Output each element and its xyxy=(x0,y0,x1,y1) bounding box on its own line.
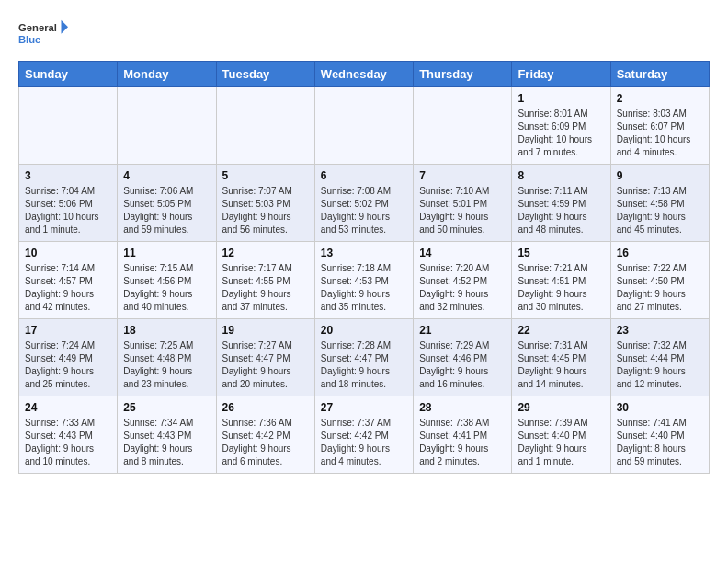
day-info: Sunrise: 7:04 AM Sunset: 5:06 PM Dayligh… xyxy=(25,185,111,236)
calendar-cell: 23Sunrise: 7:32 AM Sunset: 4:44 PM Dayli… xyxy=(610,319,709,396)
calendar-cell: 7Sunrise: 7:10 AM Sunset: 5:01 PM Daylig… xyxy=(414,165,512,242)
calendar-cell: 29Sunrise: 7:39 AM Sunset: 4:40 PM Dayli… xyxy=(512,396,610,474)
day-info: Sunrise: 7:31 AM Sunset: 4:45 PM Dayligh… xyxy=(518,339,604,391)
day-info: Sunrise: 7:22 AM Sunset: 4:50 PM Dayligh… xyxy=(617,262,703,314)
day-number: 20 xyxy=(321,324,407,337)
day-number: 23 xyxy=(617,324,703,337)
svg-text:Blue: Blue xyxy=(18,34,40,45)
calendar-cell: 1Sunrise: 8:01 AM Sunset: 6:09 PM Daylig… xyxy=(512,87,610,165)
day-number: 16 xyxy=(617,247,703,259)
calendar-cell xyxy=(216,87,314,165)
day-number: 17 xyxy=(25,324,111,337)
weekday-header-sunday: Sunday xyxy=(19,62,118,87)
day-info: Sunrise: 7:41 AM Sunset: 4:40 PM Dayligh… xyxy=(617,417,703,468)
week-row-5: 24Sunrise: 7:33 AM Sunset: 4:43 PM Dayli… xyxy=(19,396,710,474)
calendar-cell xyxy=(314,87,413,165)
day-info: Sunrise: 7:24 AM Sunset: 4:49 PM Dayligh… xyxy=(25,339,111,391)
calendar-cell: 2Sunrise: 8:03 AM Sunset: 6:07 PM Daylig… xyxy=(610,87,709,165)
day-info: Sunrise: 7:10 AM Sunset: 5:01 PM Dayligh… xyxy=(419,185,506,236)
week-row-1: 1Sunrise: 8:01 AM Sunset: 6:09 PM Daylig… xyxy=(19,87,710,165)
day-info: Sunrise: 7:36 AM Sunset: 4:42 PM Dayligh… xyxy=(222,417,309,468)
day-info: Sunrise: 7:28 AM Sunset: 4:47 PM Dayligh… xyxy=(321,339,407,391)
day-number: 26 xyxy=(222,401,309,414)
calendar-cell xyxy=(19,87,118,165)
day-number: 21 xyxy=(419,324,506,337)
weekday-header-thursday: Thursday xyxy=(414,62,512,87)
calendar-table: SundayMondayTuesdayWednesdayThursdayFrid… xyxy=(18,61,710,474)
day-number: 13 xyxy=(321,247,407,259)
calendar-cell: 26Sunrise: 7:36 AM Sunset: 4:42 PM Dayli… xyxy=(216,396,314,474)
calendar-cell: 13Sunrise: 7:18 AM Sunset: 4:53 PM Dayli… xyxy=(314,242,413,319)
svg-marker-2 xyxy=(62,20,69,34)
day-number: 14 xyxy=(419,247,506,259)
calendar-cell xyxy=(414,87,512,165)
svg-text:General: General xyxy=(18,22,57,33)
calendar-cell: 24Sunrise: 7:33 AM Sunset: 4:43 PM Dayli… xyxy=(19,396,118,474)
day-number: 19 xyxy=(222,324,309,337)
header: General Blue xyxy=(18,15,710,52)
day-info: Sunrise: 7:29 AM Sunset: 4:46 PM Dayligh… xyxy=(419,339,506,391)
day-info: Sunrise: 7:33 AM Sunset: 4:43 PM Dayligh… xyxy=(25,417,111,468)
calendar-cell: 5Sunrise: 7:07 AM Sunset: 5:03 PM Daylig… xyxy=(216,165,314,242)
day-info: Sunrise: 7:18 AM Sunset: 4:53 PM Dayligh… xyxy=(321,262,407,314)
day-number: 15 xyxy=(518,247,604,259)
calendar-cell: 11Sunrise: 7:15 AM Sunset: 4:56 PM Dayli… xyxy=(118,242,216,319)
day-number: 24 xyxy=(25,401,111,414)
calendar-cell: 17Sunrise: 7:24 AM Sunset: 4:49 PM Dayli… xyxy=(19,319,118,396)
calendar-cell: 10Sunrise: 7:14 AM Sunset: 4:57 PM Dayli… xyxy=(19,242,118,319)
day-number: 2 xyxy=(617,92,703,105)
calendar-page: General Blue SundayMondayTuesdayWednesda… xyxy=(0,0,728,483)
day-info: Sunrise: 8:01 AM Sunset: 6:09 PM Dayligh… xyxy=(518,108,604,159)
day-number: 28 xyxy=(419,401,506,414)
day-number: 9 xyxy=(617,169,703,182)
calendar-cell: 18Sunrise: 7:25 AM Sunset: 4:48 PM Dayli… xyxy=(118,319,216,396)
day-number: 10 xyxy=(25,247,111,259)
calendar-cell: 19Sunrise: 7:27 AM Sunset: 4:47 PM Dayli… xyxy=(216,319,314,396)
day-number: 5 xyxy=(222,169,309,182)
day-info: Sunrise: 7:13 AM Sunset: 4:58 PM Dayligh… xyxy=(617,185,703,236)
logo: General Blue xyxy=(18,15,74,52)
day-info: Sunrise: 7:06 AM Sunset: 5:05 PM Dayligh… xyxy=(123,185,210,236)
day-info: Sunrise: 7:08 AM Sunset: 5:02 PM Dayligh… xyxy=(321,185,407,236)
calendar-cell: 3Sunrise: 7:04 AM Sunset: 5:06 PM Daylig… xyxy=(19,165,118,242)
day-number: 27 xyxy=(321,401,407,414)
day-info: Sunrise: 7:37 AM Sunset: 4:42 PM Dayligh… xyxy=(321,417,407,468)
day-info: Sunrise: 7:27 AM Sunset: 4:47 PM Dayligh… xyxy=(222,339,309,391)
day-number: 30 xyxy=(617,401,703,414)
day-info: Sunrise: 8:03 AM Sunset: 6:07 PM Dayligh… xyxy=(617,108,703,159)
day-info: Sunrise: 7:17 AM Sunset: 4:55 PM Dayligh… xyxy=(222,262,309,314)
calendar-cell: 6Sunrise: 7:08 AM Sunset: 5:02 PM Daylig… xyxy=(314,165,413,242)
day-number: 11 xyxy=(123,247,210,259)
generalblue-logo-icon: General Blue xyxy=(18,15,74,52)
day-info: Sunrise: 7:32 AM Sunset: 4:44 PM Dayligh… xyxy=(617,339,703,391)
weekday-header-wednesday: Wednesday xyxy=(314,62,413,87)
calendar-cell: 21Sunrise: 7:29 AM Sunset: 4:46 PM Dayli… xyxy=(414,319,512,396)
day-number: 12 xyxy=(222,247,309,259)
day-info: Sunrise: 7:11 AM Sunset: 4:59 PM Dayligh… xyxy=(518,185,604,236)
day-number: 7 xyxy=(419,169,506,182)
calendar-cell: 9Sunrise: 7:13 AM Sunset: 4:58 PM Daylig… xyxy=(610,165,709,242)
week-row-2: 3Sunrise: 7:04 AM Sunset: 5:06 PM Daylig… xyxy=(19,165,710,242)
week-row-3: 10Sunrise: 7:14 AM Sunset: 4:57 PM Dayli… xyxy=(19,242,710,319)
calendar-cell: 20Sunrise: 7:28 AM Sunset: 4:47 PM Dayli… xyxy=(314,319,413,396)
calendar-cell: 22Sunrise: 7:31 AM Sunset: 4:45 PM Dayli… xyxy=(512,319,610,396)
calendar-cell: 16Sunrise: 7:22 AM Sunset: 4:50 PM Dayli… xyxy=(610,242,709,319)
day-info: Sunrise: 7:38 AM Sunset: 4:41 PM Dayligh… xyxy=(419,417,506,468)
day-number: 18 xyxy=(123,324,210,337)
day-info: Sunrise: 7:20 AM Sunset: 4:52 PM Dayligh… xyxy=(419,262,506,314)
calendar-cell: 12Sunrise: 7:17 AM Sunset: 4:55 PM Dayli… xyxy=(216,242,314,319)
day-number: 22 xyxy=(518,324,604,337)
weekday-header-saturday: Saturday xyxy=(610,62,709,87)
day-number: 8 xyxy=(518,169,604,182)
day-number: 29 xyxy=(518,401,604,414)
day-number: 1 xyxy=(518,92,604,105)
weekday-header-tuesday: Tuesday xyxy=(216,62,314,87)
day-info: Sunrise: 7:25 AM Sunset: 4:48 PM Dayligh… xyxy=(123,339,210,391)
day-number: 3 xyxy=(25,169,111,182)
calendar-cell xyxy=(118,87,216,165)
calendar-cell: 15Sunrise: 7:21 AM Sunset: 4:51 PM Dayli… xyxy=(512,242,610,319)
day-info: Sunrise: 7:07 AM Sunset: 5:03 PM Dayligh… xyxy=(222,185,309,236)
weekday-header-row: SundayMondayTuesdayWednesdayThursdayFrid… xyxy=(19,62,710,87)
calendar-cell: 25Sunrise: 7:34 AM Sunset: 4:43 PM Dayli… xyxy=(118,396,216,474)
day-number: 6 xyxy=(321,169,407,182)
